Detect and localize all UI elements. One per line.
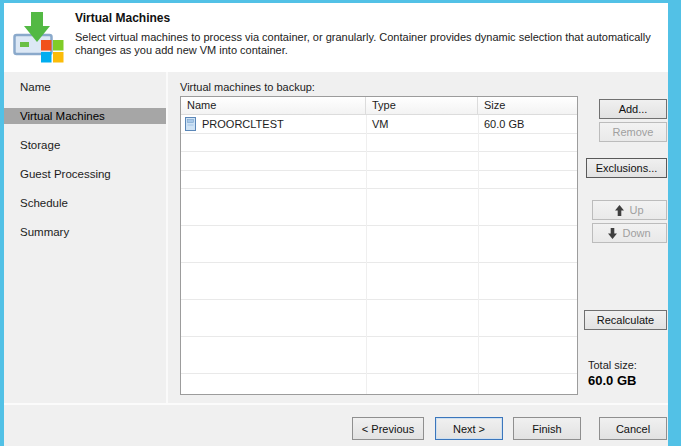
column-divider [366, 115, 367, 394]
column-header-size[interactable]: Size [478, 97, 577, 114]
page-title: Virtual Machines [75, 11, 663, 25]
previous-button[interactable]: < Previous [352, 417, 424, 440]
wizard-footer: < Previous Next > Finish Cancel [4, 403, 668, 446]
step-summary[interactable]: Summary [4, 217, 166, 246]
add-button[interactable]: Add... [599, 99, 667, 119]
total-size-label: Total size: [588, 359, 637, 371]
next-button[interactable]: Next > [435, 417, 503, 440]
recalculate-button[interactable]: Recalculate [584, 310, 667, 330]
wizard-body: Name Virtual Machines Storage Guest Proc… [4, 72, 668, 403]
total-size-value: 60.0 GB [588, 373, 637, 388]
finish-button[interactable]: Finish [513, 417, 581, 440]
step-schedule[interactable]: Schedule [4, 188, 166, 217]
remove-button[interactable]: Remove [599, 122, 667, 142]
vm-type: VM [366, 118, 478, 130]
step-name[interactable]: Name [4, 72, 166, 101]
vm-table-body: PROORCLTEST VM 60.0 GB [181, 115, 577, 394]
wizard-steps-sidebar: Name Virtual Machines Storage Guest Proc… [4, 72, 168, 403]
vm-name: PROORCLTEST [202, 118, 284, 130]
arrow-down-icon [608, 228, 617, 239]
total-size: Total size: 60.0 GB [588, 359, 637, 388]
vm-icon [185, 117, 196, 131]
move-up-button[interactable]: Up [592, 200, 667, 220]
table-row[interactable]: PROORCLTEST VM 60.0 GB [181, 115, 577, 134]
column-header-name[interactable]: Name [181, 97, 366, 114]
page-description: Select virtual machines to process via c… [75, 31, 663, 57]
step-content: Virtual machines to backup: Name Type Si… [170, 72, 668, 403]
cancel-button[interactable]: Cancel [599, 417, 667, 440]
vm-table-header: Name Type Size [181, 97, 577, 115]
vm-table[interactable]: Name Type Size PROORC [180, 96, 578, 395]
arrow-up-icon [615, 205, 624, 216]
wizard-header: Virtual Machines Select virtual machines… [4, 3, 668, 72]
backup-job-wizard-dialog: Virtual Machines Select virtual machines… [0, 0, 681, 446]
column-header-type[interactable]: Type [366, 97, 478, 114]
step-virtual-machines[interactable]: Virtual Machines [4, 101, 166, 130]
move-down-button[interactable]: Down [592, 223, 667, 243]
vm-size: 60.0 GB [478, 118, 577, 130]
vm-list-actions: Add... Remove Exclusions... Up Down Reca… [584, 99, 667, 398]
vm-list-label: Virtual machines to backup: [180, 81, 315, 93]
column-divider [478, 115, 479, 394]
step-guest-processing[interactable]: Guest Processing [4, 159, 166, 188]
vm-backup-download-icon [13, 11, 65, 63]
step-storage[interactable]: Storage [4, 130, 166, 159]
exclusions-button[interactable]: Exclusions... [586, 158, 667, 178]
